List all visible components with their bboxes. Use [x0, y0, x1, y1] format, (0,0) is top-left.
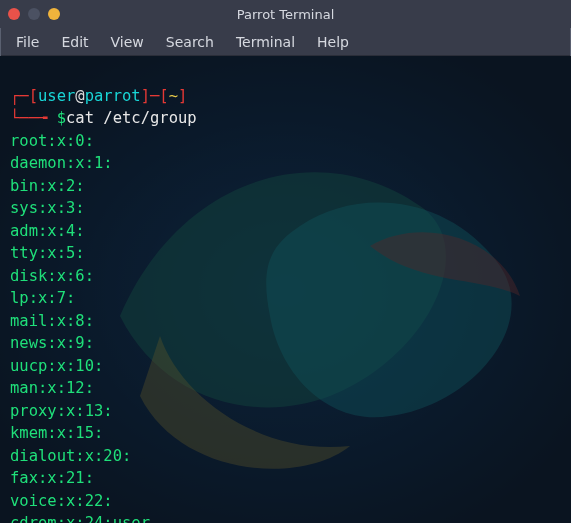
output-line: dialout:x:20:	[10, 447, 131, 465]
output-line: fax:x:21:	[10, 469, 94, 487]
prompt-bracket-open: ┌─[	[10, 87, 38, 105]
output-line: uucp:x:10:	[10, 357, 103, 375]
output-line: tty:x:5:	[10, 244, 85, 262]
prompt-corner: └──╼	[10, 109, 57, 127]
prompt-at: @	[75, 87, 84, 105]
prompt-bracket-close: ]	[178, 87, 187, 105]
output-line: cdrom:x:24:user	[10, 514, 150, 523]
output-line: mail:x:8:	[10, 312, 94, 330]
output-line: sys:x:3:	[10, 199, 85, 217]
command-text: cat /etc/group	[66, 109, 197, 127]
close-button[interactable]	[8, 8, 20, 20]
prompt-dollar: $	[57, 109, 66, 127]
prompt-bracket-mid: ]─[	[141, 87, 169, 105]
prompt-cwd: ~	[169, 87, 178, 105]
titlebar[interactable]: Parrot Terminal	[0, 0, 571, 28]
menu-file[interactable]: File	[6, 31, 49, 53]
minimize-button[interactable]	[28, 8, 40, 20]
output-line: adm:x:4:	[10, 222, 85, 240]
terminal-text[interactable]: ┌─[user@parrot]─[~] └──╼ $cat /etc/group…	[0, 56, 571, 523]
output-line: news:x:9:	[10, 334, 94, 352]
menubar: File Edit View Search Terminal Help	[0, 28, 571, 56]
maximize-button[interactable]	[48, 8, 60, 20]
output-line: disk:x:6:	[10, 267, 94, 285]
output-line: lp:x:7:	[10, 289, 75, 307]
menu-view[interactable]: View	[101, 31, 154, 53]
prompt-host: parrot	[85, 87, 141, 105]
output-line: man:x:12:	[10, 379, 94, 397]
terminal-area[interactable]: ┌─[user@parrot]─[~] └──╼ $cat /etc/group…	[0, 56, 571, 523]
menu-edit[interactable]: Edit	[51, 31, 98, 53]
output-line: kmem:x:15:	[10, 424, 103, 442]
menu-search[interactable]: Search	[156, 31, 224, 53]
output-line: bin:x:2:	[10, 177, 85, 195]
output-line: daemon:x:1:	[10, 154, 113, 172]
window-title: Parrot Terminal	[0, 7, 571, 22]
terminal-window: Parrot Terminal File Edit View Search Te…	[0, 0, 571, 523]
window-controls	[8, 8, 60, 20]
menu-help[interactable]: Help	[307, 31, 359, 53]
output-line: proxy:x:13:	[10, 402, 113, 420]
output-line: root:x:0:	[10, 132, 94, 150]
prompt-user: user	[38, 87, 75, 105]
menu-terminal[interactable]: Terminal	[226, 31, 305, 53]
output-line: voice:x:22:	[10, 492, 113, 510]
